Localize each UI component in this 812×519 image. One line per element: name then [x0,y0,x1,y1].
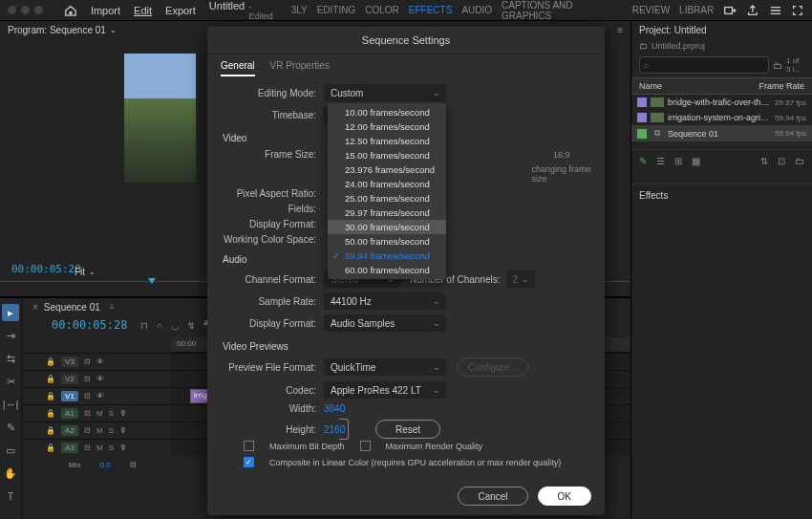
codec-label: Codec: [221,385,324,396]
composite-linear-checkbox[interactable]: ✓ [244,457,254,467]
project-item[interactable]: irrigation-system-on-agricult59.94 fps [631,110,812,125]
timebase-option[interactable]: 15.00 frames/second [328,148,446,162]
height-input[interactable]: 2160 [324,424,345,435]
timebase-option[interactable]: 50.00 frames/second [328,234,446,249]
sequence-tab[interactable]: Sequence 01 [44,302,100,313]
snap-icon[interactable]: ⊓ [140,320,148,331]
marker-icon[interactable]: ◡ [171,320,180,331]
rect-tool[interactable]: ▭ [2,442,19,459]
cancel-button[interactable]: Cancel [458,487,527,506]
settings-icon[interactable]: ↯ [187,320,195,331]
tab-general[interactable]: General [221,60,255,76]
program-title: Program: Sequence 01 [8,25,106,35]
workspace-menu-icon[interactable] [769,4,782,17]
quick-export-icon[interactable] [723,4,737,17]
timebase-label: Timebase: [221,110,324,120]
hand-tool[interactable]: ✋ [2,465,19,482]
panel-menu-icon[interactable]: ⌄ [110,26,117,34]
timebase-option[interactable]: 25.00 frames/second [328,191,446,205]
nav-import[interactable]: Import [91,5,120,16]
video-preview[interactable] [124,54,196,183]
program-timecode[interactable]: 00:00:05:28 [11,263,81,275]
doc-title: Untitled [209,0,245,11]
ws-tab[interactable]: CAPTIONS AND GRAPHICS [502,0,623,21]
list-view-icon[interactable]: ☰ [656,156,665,166]
ws-tab-effects[interactable]: EFFECTS [409,5,453,15]
mix-label: Mix [69,461,80,469]
sample-rate-select[interactable]: 44100 Hz [324,292,446,310]
timeline-timecode[interactable]: 00:00:05:28 [52,318,127,332]
share-icon[interactable] [746,4,759,17]
fullscreen-icon[interactable] [791,4,804,17]
timebase-option[interactable]: 30.00 frames/second [328,220,446,234]
zoom-fit-select[interactable]: Fit⌄ [75,267,96,277]
ws-tab[interactable]: REVIEW [632,5,670,15]
sort-icon[interactable]: ⇅ [760,156,768,166]
ok-button[interactable]: OK [538,487,591,506]
ws-tab[interactable]: EDITING [317,5,356,15]
tab-vr[interactable]: VR Properties [270,60,330,76]
track-lock-icon[interactable]: 🔒 [46,357,55,366]
pen-tool[interactable]: ✎ [2,419,19,436]
track-a3[interactable]: A3 [61,443,78,453]
linked-selection-icon[interactable]: ∩ [156,320,162,331]
ws-tab[interactable]: COLOR [365,5,399,15]
ws-tab[interactable]: LIBRAR [679,5,714,15]
preview-format-select[interactable]: QuickTime [324,358,446,376]
icon-view-icon[interactable]: ⊞ [674,156,682,166]
timebase-option[interactable]: 29.97 frames/second [328,205,446,220]
timebase-option[interactable]: 12.00 frames/second [328,119,446,134]
project-search-input[interactable] [639,56,769,74]
auto-scale-icon[interactable]: ⊡ [778,156,785,166]
clip-thumb-icon [651,97,664,107]
razor-tool[interactable]: ✂ [2,373,19,390]
type-tool[interactable]: T [2,487,19,505]
nav-export[interactable]: Export [165,5,196,16]
composite-linear-label: Composite in Linear Color (requires GPU … [269,458,561,467]
window-traffic-lights[interactable] [8,6,43,14]
playhead-icon[interactable] [148,278,156,284]
timebase-option[interactable]: 59.94 frames/second [328,249,446,263]
reset-button[interactable]: Reset [375,420,440,439]
clip-thumb-icon [651,113,664,122]
max-render-label: Maximum Render Quality [386,442,483,451]
effects-panel-header[interactable]: Effects [631,184,812,206]
sample-rate-label: Sample Rate: [221,296,324,307]
configure-button: Configure... [458,357,528,377]
track-a2[interactable]: A2 [61,425,78,436]
mix-value[interactable]: 0.0 [99,461,110,469]
project-item-sequence[interactable]: ⧉Sequence 0159.94 fps [631,125,812,141]
ripple-tool[interactable]: ⇆ [2,350,19,367]
freeform-view-icon[interactable]: ▦ [692,156,700,166]
track-a1[interactable]: A1 [61,408,78,419]
project-file[interactable]: Untitled.prproj [652,41,705,51]
nav-edit[interactable]: Edit [134,5,152,16]
track-v1[interactable]: V1 [61,391,78,401]
ws-tab[interactable]: 3LY [291,5,308,15]
project-item[interactable]: bridge-with-trafic-over-the-r29.97 fps [631,95,812,110]
timebase-option[interactable]: 23.976 frames/second [328,162,446,177]
max-bit-depth-checkbox[interactable] [244,441,254,451]
pencil-icon[interactable]: ✎ [639,156,647,166]
track-select-tool[interactable]: ⇥ [2,327,19,344]
filter-icon[interactable]: 🗀 [773,60,782,71]
editing-mode-select[interactable]: Custom [324,84,446,101]
track-v3[interactable]: V3 [61,357,78,367]
timebase-option[interactable]: 24.00 frames/second [328,177,446,191]
track-v2[interactable]: V2 [61,374,78,384]
codec-select[interactable]: Apple ProRes 422 LT [324,381,446,399]
slip-tool[interactable]: |↔| [2,396,19,413]
home-icon[interactable] [64,4,77,17]
ws-tab[interactable]: AUDIO [461,5,492,15]
display-format-a-select[interactable]: Audio Samples [324,314,446,332]
selection-tool[interactable]: ▸ [2,304,19,321]
max-render-checkbox[interactable] [360,441,371,451]
timebase-option[interactable]: 60.00 frames/second [328,263,446,277]
preview-format-label: Preview File Format: [221,362,324,373]
timebase-option[interactable]: 10.00 frames/second [328,105,446,119]
new-bin-icon[interactable]: 🗀 [795,156,804,166]
timebase-option[interactable]: 12.50 frames/second [328,134,446,148]
width-input[interactable]: 3840 [324,403,345,414]
project-columns[interactable]: NameFrame Rate [631,77,812,95]
channel-format-label: Channel Format: [221,274,324,285]
